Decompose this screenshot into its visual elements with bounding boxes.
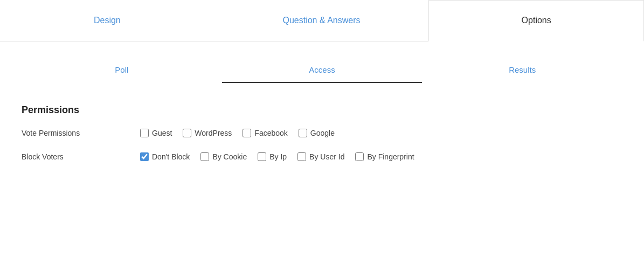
block-voters-group: Don't Block By Cookie By Ip By User Id B…	[140, 152, 414, 161]
block-voters-label: Block Voters	[22, 152, 140, 161]
checkbox-guest[interactable]: Guest	[140, 129, 172, 137]
sub-tab-access[interactable]: Access	[222, 58, 423, 83]
checkbox-by-user-id-input[interactable]	[297, 152, 306, 161]
checkbox-by-cookie-input[interactable]	[200, 152, 209, 161]
checkbox-google-input[interactable]	[299, 129, 307, 137]
checkbox-dont-block[interactable]: Don't Block	[140, 152, 190, 161]
checkbox-dont-block-label: Don't Block	[152, 152, 190, 161]
checkbox-by-ip-input[interactable]	[258, 152, 266, 161]
checkbox-guest-label: Guest	[152, 129, 172, 137]
content-area: Permissions Vote Permissions Guest WordP…	[0, 94, 644, 187]
tab-options[interactable]: Options	[428, 0, 644, 41]
permission-row-vote: Vote Permissions Guest WordPress Faceboo…	[22, 129, 622, 137]
checkbox-google-label: Google	[310, 129, 335, 137]
checkbox-dont-block-input[interactable]	[140, 152, 149, 161]
main-container: Design Question & Answers Options Poll A…	[0, 0, 644, 272]
vote-permissions-label: Vote Permissions	[22, 129, 140, 137]
vote-permissions-group: Guest WordPress Facebook Google	[140, 129, 335, 137]
checkbox-facebook[interactable]: Facebook	[243, 129, 287, 137]
checkbox-by-fingerprint-label: By Fingerprint	[367, 152, 414, 161]
checkbox-by-cookie-label: By Cookie	[212, 152, 247, 161]
checkbox-wordpress-input[interactable]	[183, 129, 191, 137]
checkbox-facebook-input[interactable]	[243, 129, 251, 137]
section-title: Permissions	[22, 104, 622, 116]
sub-tab-poll[interactable]: Poll	[22, 58, 222, 83]
checkbox-guest-input[interactable]	[140, 129, 149, 137]
checkbox-by-ip[interactable]: By Ip	[258, 152, 287, 161]
checkbox-wordpress[interactable]: WordPress	[183, 129, 232, 137]
sub-tab-results[interactable]: Results	[422, 58, 622, 83]
checkbox-facebook-label: Facebook	[254, 129, 287, 137]
top-tabs: Design Question & Answers Options	[0, 0, 644, 41]
permission-row-block: Block Voters Don't Block By Cookie By Ip…	[22, 152, 622, 161]
tab-question-answers[interactable]: Question & Answers	[214, 0, 429, 41]
checkbox-by-fingerprint-input[interactable]	[355, 152, 364, 161]
checkbox-by-user-id[interactable]: By User Id	[297, 152, 344, 161]
checkbox-by-cookie[interactable]: By Cookie	[200, 152, 247, 161]
checkbox-google[interactable]: Google	[299, 129, 335, 137]
checkbox-by-user-id-label: By User Id	[309, 152, 344, 161]
checkbox-by-ip-label: By Ip	[269, 152, 287, 161]
checkbox-wordpress-label: WordPress	[195, 129, 232, 137]
tab-design[interactable]: Design	[0, 0, 214, 41]
checkbox-by-fingerprint[interactable]: By Fingerprint	[355, 152, 414, 161]
sub-tabs: Poll Access Results	[22, 52, 622, 88]
